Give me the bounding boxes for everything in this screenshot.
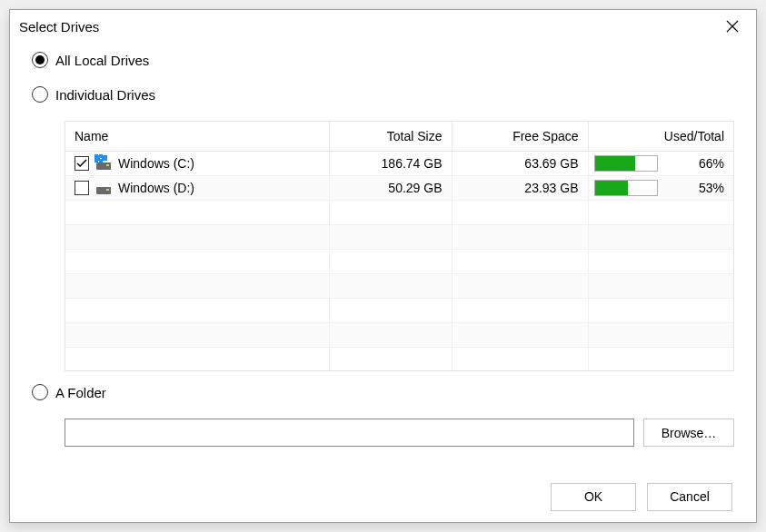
radio-icon — [32, 86, 48, 103]
browse-button[interactable]: Browse… — [643, 419, 734, 447]
cell-name: Windows (C:) — [65, 151, 329, 175]
table-row — [65, 249, 733, 273]
column-header-free-space[interactable]: Free Space — [452, 122, 588, 151]
table-row — [65, 200, 733, 224]
button-label: Browse… — [662, 426, 717, 440]
close-button[interactable] — [720, 14, 745, 39]
button-label: OK — [584, 489, 602, 504]
dialog-title: Select Drives — [19, 19, 99, 34]
drive-label: Windows (D:) — [118, 181, 194, 195]
drive-checkbox[interactable] — [75, 156, 89, 171]
dialog-content: All Local Drives Individual Drives Name … — [10, 43, 756, 471]
cell-used-total: 66% — [588, 151, 733, 175]
titlebar: Select Drives — [10, 10, 756, 43]
folder-path-input[interactable] — [65, 419, 634, 447]
usage-bar — [594, 180, 658, 196]
ok-button[interactable]: OK — [551, 483, 636, 511]
table-header-row: Name Total Size Free Space Used/Total — [65, 122, 733, 151]
cell-total-size: 186.74 GB — [329, 151, 452, 175]
table-row — [65, 273, 733, 298]
table-row — [65, 298, 733, 322]
table-row[interactable]: Windows (D:)50.29 GB23.93 GB53% — [65, 175, 733, 200]
option-all-local-drives[interactable]: All Local Drives — [32, 52, 734, 68]
close-icon — [726, 20, 739, 33]
cell-used-total: 53% — [588, 175, 733, 200]
cell-name: Windows (D:) — [65, 175, 329, 200]
cell-free-space: 63.69 GB — [452, 151, 588, 175]
column-header-used-total[interactable]: Used/Total — [588, 122, 733, 151]
radio-icon — [32, 384, 48, 400]
button-label: Cancel — [670, 489, 710, 504]
usage-percent: 66% — [665, 156, 725, 171]
column-header-total-size[interactable]: Total Size — [329, 122, 452, 151]
drives-table: Name Total Size Free Space Used/Total Wi… — [65, 121, 734, 371]
cancel-button[interactable]: Cancel — [647, 483, 732, 511]
table-row[interactable]: Windows (C:)186.74 GB63.69 GB66% — [65, 151, 733, 175]
select-drives-dialog: Select Drives All Local Drives Individua… — [9, 9, 757, 523]
cell-free-space: 23.93 GB — [452, 175, 588, 200]
usage-percent: 53% — [665, 181, 725, 195]
os-drive-icon — [95, 157, 113, 170]
drive-label: Windows (C:) — [118, 156, 194, 171]
option-a-folder[interactable]: A Folder — [32, 384, 734, 400]
radio-icon — [32, 52, 48, 68]
checkmark-icon — [76, 159, 87, 168]
folder-section: Browse… — [65, 419, 734, 447]
option-label: All Local Drives — [55, 53, 149, 68]
option-label: Individual Drives — [55, 87, 155, 103]
table-row — [65, 347, 733, 371]
cell-total-size: 50.29 GB — [329, 175, 452, 200]
column-header-name[interactable]: Name — [65, 122, 329, 151]
option-label: A Folder — [55, 385, 106, 400]
table-row — [65, 322, 733, 347]
drive-icon — [95, 182, 113, 194]
option-individual-drives[interactable]: Individual Drives — [32, 86, 734, 103]
dialog-footer: OK Cancel — [10, 471, 756, 522]
usage-bar — [594, 155, 658, 172]
table-row — [65, 224, 733, 249]
drive-checkbox[interactable] — [75, 181, 89, 195]
